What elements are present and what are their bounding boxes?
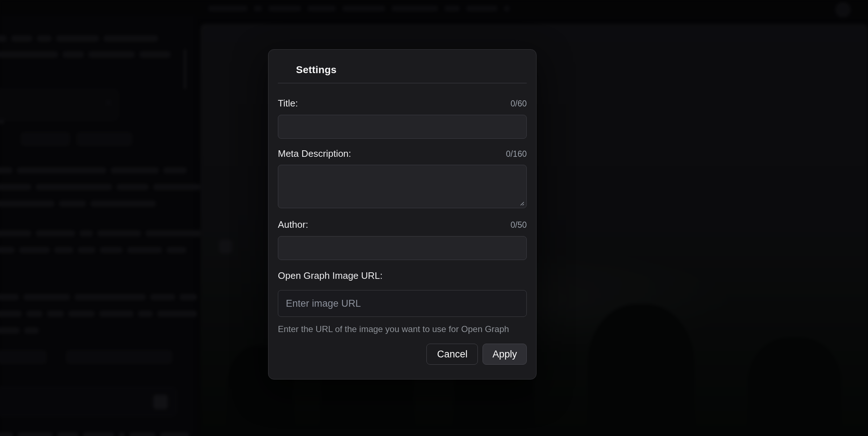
og-image-url-input[interactable] (278, 290, 527, 317)
og-image-label-row: Open Graph Image URL: (278, 270, 527, 281)
title-input[interactable] (278, 115, 527, 139)
meta-description-label-row: Meta Description: 0/160 (278, 148, 527, 159)
meta-description-char-counter: 0/160 (506, 149, 527, 159)
cancel-button[interactable]: Cancel (426, 344, 478, 365)
header-divider (278, 83, 527, 83)
dialog-actions: Cancel Apply (278, 344, 527, 365)
apply-button[interactable]: Apply (483, 344, 527, 365)
title-label: Title: (278, 98, 298, 109)
title-char-counter: 0/60 (510, 99, 527, 109)
title-label-row: Title: 0/60 (278, 98, 527, 109)
resize-handle-icon[interactable] (519, 200, 524, 206)
author-char-counter: 0/50 (510, 220, 527, 230)
author-label-row: Author: 0/50 (278, 219, 527, 230)
og-image-url-label: Open Graph Image URL: (278, 270, 383, 281)
author-input[interactable] (278, 236, 527, 260)
meta-description-label: Meta Description: (278, 148, 351, 159)
author-label: Author: (278, 219, 308, 230)
meta-description-textarea[interactable] (278, 165, 527, 208)
dialog-title: Settings (296, 64, 527, 76)
meta-description-wrap (278, 165, 527, 208)
og-image-helper-text: Enter the URL of the image you want to u… (278, 324, 527, 334)
settings-dialog: Settings Title: 0/60 Meta Description: 0… (268, 49, 537, 380)
